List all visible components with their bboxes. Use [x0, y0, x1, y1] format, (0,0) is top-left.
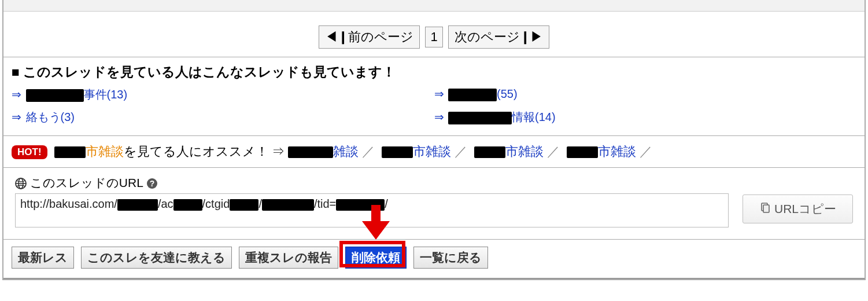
url-display[interactable]: http://bakusai.com//ac/ctgid//tid=/ [15, 193, 729, 227]
related-threads: ⇒ 事件(13) ⇒ (55) ⇒ 絡もう(3) ⇒ 情報(14) [3, 82, 865, 132]
prev-label: ◀❙前のページ [325, 30, 413, 44]
latest-res-button[interactable]: 最新レス [12, 247, 74, 269]
redacted-text [336, 199, 385, 211]
url-label: このスレッドのURL [30, 176, 143, 189]
divider [3, 239, 865, 240]
hot-link[interactable]: 雑談 [333, 144, 359, 159]
hot-link[interactable]: 市雑談 [598, 144, 636, 159]
redacted-text [26, 89, 84, 102]
slash: ／ [455, 144, 467, 159]
redacted-text [173, 199, 202, 211]
divider [3, 167, 865, 168]
related-link[interactable]: (55) [448, 87, 518, 100]
hot-orange-label: 市雑談 [86, 144, 124, 159]
url-section: このスレッドのURL ? http://bakusai.com//ac/ctgi… [3, 171, 865, 236]
prev-page-button[interactable]: ◀❙前のページ [319, 25, 420, 49]
hot-section: HOT! 市雑談を見てる人にオススメ！ ⇒ 雑談／ 市雑談／ 市雑談／ 市雑談／ [3, 140, 865, 164]
back-to-list-button[interactable]: 一覧に戻る [413, 247, 488, 269]
svg-text:?: ? [150, 179, 155, 188]
slash: ／ [547, 144, 560, 159]
action-bar: 最新レス このスレを友達に教える 重複スレの報告 削除依頼 一覧に戻る [3, 243, 865, 274]
arrow-icon: ⇒ [434, 87, 444, 100]
redacted-text [448, 112, 512, 124]
redacted-text [230, 199, 258, 211]
tell-friend-button[interactable]: このスレを友達に教える [81, 247, 232, 269]
related-link[interactable]: 情報(14) [448, 111, 556, 123]
arrow-icon: ⇒ [12, 88, 21, 101]
hot-badge: HOT! [12, 145, 47, 159]
related-link[interactable]: 事件(13) [26, 88, 128, 101]
bottom-border [3, 278, 865, 279]
redacted-text [288, 146, 333, 158]
top-spacer [3, 0, 865, 12]
globe-icon [15, 178, 27, 189]
redacted-text [117, 199, 158, 211]
hot-link[interactable]: 市雑談 [413, 144, 451, 159]
arrow-icon: ⇒ [12, 111, 21, 123]
related-link[interactable]: 絡もう(3) [26, 111, 75, 123]
hot-link[interactable]: 市雑談 [505, 144, 544, 159]
hot-tail: を見てる人にオススメ！ ⇒ [124, 144, 285, 159]
delete-request-button[interactable]: 削除依頼 [345, 247, 407, 269]
current-page-button[interactable]: 1 [425, 27, 442, 47]
arrow-icon: ⇒ [434, 111, 444, 123]
duplicate-report-button[interactable]: 重複スレの報告 [239, 247, 338, 269]
divider [3, 135, 865, 136]
next-label: 次のページ❙▶ [455, 30, 543, 44]
redacted-text [54, 146, 86, 158]
redacted-text [262, 199, 314, 211]
divider [3, 57, 865, 57]
svg-rect-6 [763, 205, 769, 212]
slash: ／ [640, 144, 652, 159]
copy-icon [759, 202, 771, 216]
next-page-button[interactable]: 次のページ❙▶ [448, 25, 549, 49]
slash: ／ [362, 144, 375, 159]
redacted-text [474, 146, 505, 158]
related-heading: ■ このスレッドを見ている人はこんなスレッドも見ています！ [3, 61, 865, 82]
pager: ◀❙前のページ 1 次のページ❙▶ [3, 23, 865, 53]
copy-url-button[interactable]: URLコピー [743, 194, 853, 223]
redacted-text [382, 146, 413, 158]
redacted-text [448, 89, 497, 101]
redacted-text [567, 146, 598, 158]
help-icon[interactable]: ? [146, 178, 158, 189]
